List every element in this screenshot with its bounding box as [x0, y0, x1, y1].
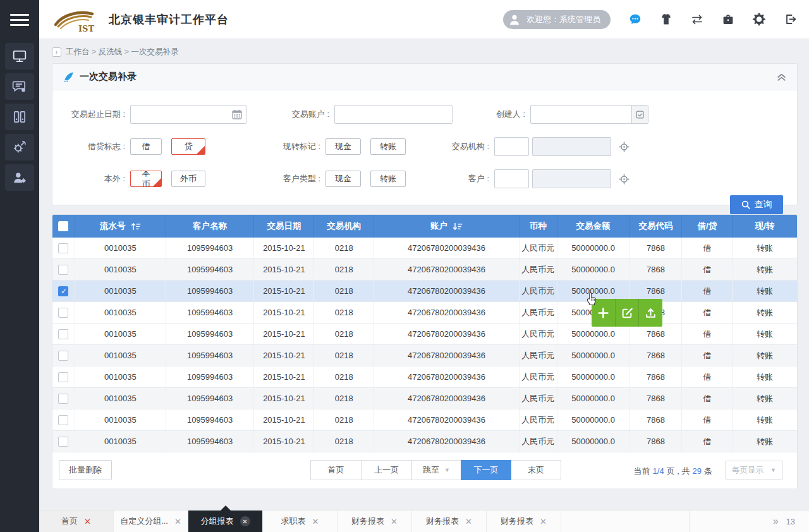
column-header[interactable]: 交易机构 — [314, 215, 374, 238]
local-currency-toggle[interactable]: 本币✓ — [130, 171, 162, 187]
messages-icon[interactable] — [629, 13, 642, 26]
table-row[interactable]: 001003510959946032015-10-210218472067802… — [52, 409, 797, 431]
breadcrumb-item[interactable]: 一次交易补录 — [131, 47, 179, 56]
open-tab-active[interactable]: 分组报表✕ — [188, 511, 263, 532]
open-tab-5[interactable]: 财务报表✕ — [412, 511, 487, 532]
per-page-dropdown[interactable]: 每页显示▼ — [725, 461, 783, 480]
table-cell: 0010035 — [75, 388, 166, 409]
customer-code-input[interactable] — [494, 169, 529, 188]
row-checkbox[interactable] — [58, 437, 68, 447]
table-row[interactable]: 001003510959946032015-10-210218472067802… — [52, 345, 797, 366]
table-row[interactable]: 001003510959946032015-10-210218472067802… — [52, 431, 797, 452]
table-cell: 1095994603 — [166, 366, 255, 387]
next-page-button[interactable]: 下一页 — [461, 460, 511, 480]
column-header[interactable]: 交易日期 — [254, 215, 314, 238]
column-header[interactable]: 币种 — [520, 215, 557, 238]
customer-type-transfer-toggle[interactable]: 转账✓ — [370, 171, 406, 187]
close-tab-icon[interactable]: ✕ — [312, 517, 319, 526]
close-tab-icon[interactable]: ✕ — [240, 516, 250, 526]
collapse-panel-icon[interactable] — [776, 71, 787, 82]
open-tab-6[interactable]: 财务报表✕ — [487, 511, 561, 532]
table-row[interactable]: 001003510959946032015-10-210218472067802… — [52, 259, 797, 281]
sidebar-item-workspace[interactable] — [5, 43, 34, 70]
org-code-input[interactable] — [494, 137, 529, 156]
open-tab-3[interactable]: 求职表✕ — [263, 511, 338, 532]
row-checkbox[interactable] — [58, 308, 68, 318]
table-cell: 1095994603 — [166, 259, 255, 280]
customer-name-input[interactable] — [532, 169, 611, 188]
row-checkbox[interactable] — [58, 351, 68, 361]
open-tab-4[interactable]: 财务报表✕ — [338, 511, 412, 532]
tabs-overflow-icon[interactable]: » — [773, 516, 779, 527]
column-header[interactable]: 借/贷 — [682, 215, 733, 238]
jump-to-dropdown[interactable]: 跳至▼ — [411, 460, 461, 480]
close-tab-icon[interactable]: ✕ — [391, 517, 398, 526]
creator-input[interactable] — [530, 105, 648, 124]
column-header[interactable]: 客户名称 — [166, 215, 255, 238]
select-all-header-cell[interactable] — [52, 215, 75, 238]
last-page-button[interactable]: 末页 — [511, 460, 561, 480]
sidebar-item-user-management[interactable] — [5, 164, 34, 191]
select-all-checkbox[interactable] — [58, 221, 68, 231]
sidebar-item-archives[interactable] — [5, 104, 34, 130]
credit-toggle[interactable]: 贷✓ — [171, 138, 205, 155]
row-checkbox[interactable] — [58, 372, 68, 382]
upload-row-button[interactable] — [639, 299, 662, 327]
add-row-button[interactable] — [592, 299, 616, 327]
customer-lookup-icon[interactable] — [619, 174, 630, 184]
row-checkbox[interactable] — [58, 265, 68, 275]
prev-page-button[interactable]: 上一页 — [361, 460, 412, 480]
sort-desc-icon[interactable] — [453, 222, 463, 231]
table-row[interactable]: 001003510959946032015-10-210218472067802… — [52, 366, 797, 388]
breadcrumb-item[interactable]: 工作台 — [66, 47, 90, 56]
column-header[interactable]: 交易金额 — [557, 215, 630, 238]
table-row[interactable]: 001003510959946032015-10-210218472067802… — [52, 323, 797, 345]
org-name-input[interactable] — [532, 137, 611, 156]
sidebar-item-messages[interactable] — [5, 73, 34, 100]
account-label: 交易账户 : — [246, 109, 334, 120]
foreign-currency-toggle[interactable]: 外币✓ — [171, 171, 205, 187]
open-tab-0[interactable]: 首页✕ — [39, 511, 114, 532]
breadcrumb-item[interactable]: 反洗钱 — [99, 47, 123, 56]
creator-picker-button[interactable] — [631, 106, 648, 123]
open-tab-1[interactable]: 自定义分组...✕ — [114, 511, 188, 532]
settings-icon[interactable] — [753, 13, 765, 26]
row-checkbox[interactable] — [58, 329, 68, 339]
toolbox-icon[interactable] — [722, 13, 734, 26]
column-header[interactable]: 账户 — [374, 215, 520, 238]
row-checkbox[interactable] — [58, 286, 68, 296]
menu-toggle-icon[interactable] — [0, 0, 39, 39]
debit-toggle[interactable]: 借✓ — [130, 138, 162, 155]
column-header[interactable]: 流水号 — [75, 215, 166, 238]
org-lookup-icon[interactable] — [619, 142, 630, 152]
table-row[interactable]: 001003510959946032015-10-210218472067802… — [52, 388, 797, 409]
edit-row-button[interactable] — [616, 299, 640, 327]
transfer-toggle[interactable]: 转账✓ — [370, 138, 406, 155]
row-checkbox[interactable] — [58, 415, 68, 425]
query-button[interactable]: 查询 — [730, 195, 783, 214]
close-tab-icon[interactable]: ✕ — [84, 517, 91, 526]
column-header[interactable]: 交易代码 — [630, 215, 682, 238]
column-header[interactable]: 现/转 — [733, 215, 797, 238]
user-menu[interactable]: 欢迎您：系统管理员 — [503, 10, 611, 29]
cash-toggle[interactable]: 现金✓ — [325, 138, 361, 155]
table-row[interactable]: 001003510959946032015-10-210218472067802… — [52, 281, 797, 302]
switch-icon[interactable] — [691, 13, 703, 26]
logout-icon[interactable] — [784, 13, 796, 26]
theme-icon[interactable] — [660, 13, 672, 26]
close-tab-icon[interactable]: ✕ — [174, 517, 181, 526]
close-tab-icon[interactable]: ✕ — [540, 517, 547, 526]
table-row[interactable]: 001003510959946032015-10-210218472067802… — [52, 238, 797, 259]
row-checkbox[interactable] — [58, 243, 68, 253]
row-checkbox[interactable] — [58, 394, 68, 404]
calendar-icon[interactable] — [231, 109, 243, 123]
first-page-button[interactable]: 首页 — [310, 460, 362, 480]
sidebar-item-system-settings[interactable] — [5, 134, 34, 160]
close-tab-icon[interactable]: ✕ — [465, 517, 472, 526]
sort-asc-icon[interactable] — [131, 222, 141, 231]
date-range-input[interactable] — [130, 105, 246, 124]
table-row[interactable]: 001003510959946032015-10-210218472067802… — [52, 302, 797, 323]
batch-delete-button[interactable]: 批量删除 — [59, 460, 112, 480]
account-input[interactable] — [334, 105, 453, 124]
customer-type-cash-toggle[interactable]: 现金✓ — [325, 171, 361, 187]
